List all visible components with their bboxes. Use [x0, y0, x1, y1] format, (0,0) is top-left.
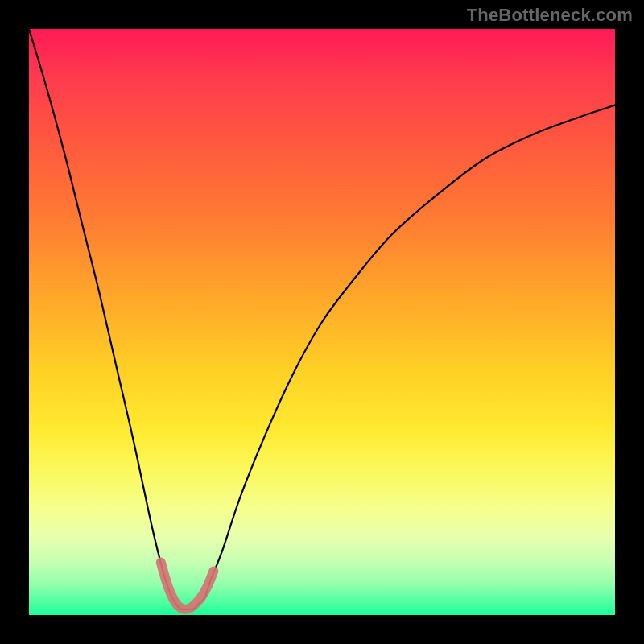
- outer-frame: TheBottleneck.com: [0, 0, 644, 644]
- curve-layer: [29, 29, 615, 615]
- bottleneck-curve: [29, 29, 615, 609]
- gradient-plot-area: [29, 29, 615, 615]
- optimal-zone-highlight: [161, 563, 213, 609]
- watermark-text: TheBottleneck.com: [467, 5, 633, 26]
